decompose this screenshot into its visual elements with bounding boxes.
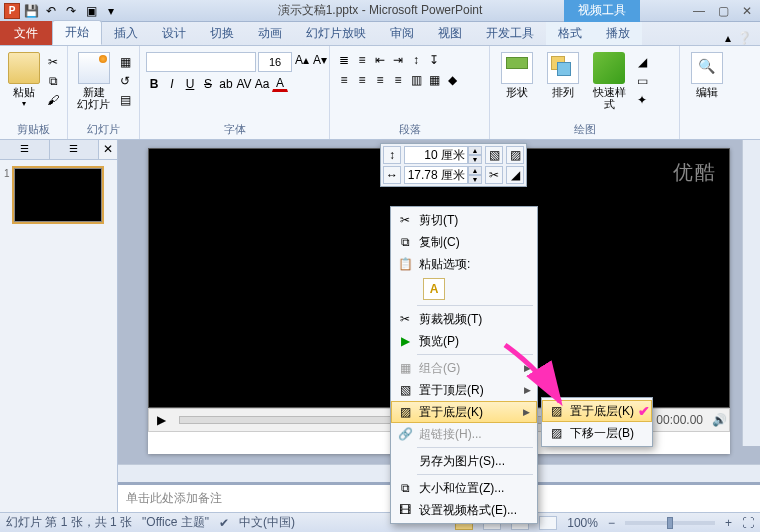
ctx-copy[interactable]: ⧉复制(C) — [391, 231, 537, 253]
tab-review[interactable]: 审阅 — [378, 22, 426, 45]
sub-back-one[interactable]: ▨下移一层(B) — [542, 422, 652, 444]
shape-fill-icon[interactable]: ◢ — [634, 54, 650, 70]
cut-icon[interactable]: ✂ — [45, 54, 61, 70]
sub-send-back[interactable]: ▨置于底层(K) — [542, 400, 652, 422]
qat-redo[interactable]: ↷ — [62, 2, 80, 20]
qat-customize[interactable]: ▾ — [102, 2, 120, 20]
tab-video-playback[interactable]: 播放 — [594, 22, 642, 45]
tab-file[interactable]: 文件 — [0, 21, 52, 45]
status-spellcheck-icon[interactable]: ✔ — [219, 516, 229, 530]
qat-slideshow[interactable]: ▣ — [82, 2, 100, 20]
height-down[interactable]: ▼ — [468, 155, 482, 164]
ctx-format-video[interactable]: 🎞设置视频格式(E)... — [391, 499, 537, 521]
tab-insert[interactable]: 插入 — [102, 22, 150, 45]
zoom-level[interactable]: 100% — [567, 516, 598, 530]
view-slideshow-button[interactable] — [539, 516, 557, 530]
send-backward-mini[interactable]: ▨ — [506, 146, 524, 164]
shape-outline-icon[interactable]: ▭ — [634, 73, 650, 89]
layout-icon[interactable]: ▦ — [117, 54, 133, 70]
tab-slideshow[interactable]: 幻灯片放映 — [294, 22, 378, 45]
thumb-tab-slides[interactable]: ☰ — [0, 140, 50, 159]
format-painter-icon[interactable]: 🖌 — [45, 92, 61, 108]
editing-button[interactable]: 编辑 — [686, 52, 728, 98]
height-up[interactable]: ▲ — [468, 146, 482, 155]
tab-design[interactable]: 设计 — [150, 22, 198, 45]
font-size-input[interactable] — [258, 52, 292, 72]
tab-view[interactable]: 视图 — [426, 22, 474, 45]
zoom-slider[interactable] — [625, 521, 715, 525]
new-slide-button[interactable]: 新建 幻灯片 — [74, 52, 113, 110]
fit-window-button[interactable]: ⛶ — [742, 516, 754, 530]
columns-icon[interactable]: ▥ — [408, 72, 424, 88]
shape-effects-icon[interactable]: ✦ — [634, 92, 650, 108]
char-spacing-icon[interactable]: AV — [236, 76, 252, 92]
copy-icon[interactable]: ⧉ — [45, 73, 61, 89]
tab-transitions[interactable]: 切换 — [198, 22, 246, 45]
vertical-scrollbar[interactable] — [742, 140, 760, 446]
video-volume-icon[interactable]: 🔊 — [709, 413, 729, 427]
font-family-input[interactable] — [146, 52, 256, 72]
paste-button[interactable]: 粘贴▾ — [6, 52, 41, 110]
restore-button[interactable]: ▢ — [714, 4, 732, 18]
smartart-icon[interactable]: ◆ — [444, 72, 460, 88]
minimize-button[interactable]: — — [690, 4, 708, 18]
align-text-icon[interactable]: ▦ — [426, 72, 442, 88]
crop-mini[interactable]: ✂ — [485, 166, 503, 184]
strike-button[interactable]: S — [200, 76, 216, 92]
arrange-button[interactable]: 排列 — [542, 52, 584, 98]
app-icon[interactable]: P — [4, 3, 20, 19]
change-case-icon[interactable]: Aa — [254, 76, 270, 92]
indent-inc-icon[interactable]: ⇥ — [390, 52, 406, 68]
qat-undo[interactable]: ↶ — [42, 2, 60, 20]
width-up[interactable]: ▲ — [468, 166, 482, 175]
ctx-trim-video[interactable]: ✂剪裁视频(T) — [391, 308, 537, 330]
bring-forward-mini[interactable]: ▧ — [485, 146, 503, 164]
grow-font-icon[interactable]: A▴ — [294, 52, 310, 68]
tab-developer[interactable]: 开发工具 — [474, 22, 546, 45]
ctx-send-back[interactable]: ▨置于底层(K)▶ — [391, 401, 537, 423]
width-down[interactable]: ▼ — [468, 175, 482, 184]
quickstyle-button[interactable]: 快速样式 — [588, 52, 630, 110]
zoom-in-button[interactable]: + — [725, 516, 732, 530]
qat-save[interactable]: 💾 — [22, 2, 40, 20]
slide-thumbnail-1[interactable]: 1 — [14, 168, 113, 222]
reset-icon[interactable]: ↺ — [117, 73, 133, 89]
zoom-out-button[interactable]: − — [608, 516, 615, 530]
minimize-ribbon-icon[interactable]: ▴ — [725, 31, 731, 45]
paste-keep-format[interactable]: A — [423, 278, 445, 300]
justify-icon[interactable]: ≡ — [390, 72, 406, 88]
shadow-button[interactable]: ab — [218, 76, 234, 92]
help-icon[interactable]: ❔ — [737, 31, 752, 45]
ctx-preview[interactable]: ▶预览(P) — [391, 330, 537, 352]
bold-button[interactable]: B — [146, 76, 162, 92]
close-button[interactable]: ✕ — [738, 4, 756, 18]
thumb-pane-close[interactable]: ✕ — [99, 140, 117, 159]
ctx-size-pos[interactable]: ⧉大小和位置(Z)... — [391, 477, 537, 499]
align-left-icon[interactable]: ≡ — [336, 72, 352, 88]
bullets-icon[interactable]: ≣ — [336, 52, 352, 68]
tab-animations[interactable]: 动画 — [246, 22, 294, 45]
ctx-save-pic[interactable]: 另存为图片(S)... — [391, 450, 537, 472]
ctx-bring-front[interactable]: ▧置于顶层(R)▶ — [391, 379, 537, 401]
underline-button[interactable]: U — [182, 76, 198, 92]
thumb-tab-outline[interactable]: ☰ — [50, 140, 100, 159]
line-spacing-icon[interactable]: ↕ — [408, 52, 424, 68]
status-language[interactable]: 中文(中国) — [239, 514, 295, 531]
crop-menu-mini[interactable]: ◢ — [506, 166, 524, 184]
section-icon[interactable]: ▤ — [117, 92, 133, 108]
video-play-button[interactable]: ▶ — [149, 413, 173, 427]
tab-home[interactable]: 开始 — [52, 20, 102, 45]
indent-dec-icon[interactable]: ⇤ — [372, 52, 388, 68]
italic-button[interactable]: I — [164, 76, 180, 92]
align-center-icon[interactable]: ≡ — [354, 72, 370, 88]
text-direction-icon[interactable]: ↧ — [426, 52, 442, 68]
ctx-cut[interactable]: ✂剪切(T) — [391, 209, 537, 231]
height-input[interactable] — [404, 146, 468, 164]
width-input[interactable] — [404, 166, 468, 184]
numbering-icon[interactable]: ≡ — [354, 52, 370, 68]
shrink-font-icon[interactable]: A▾ — [312, 52, 328, 68]
align-right-icon[interactable]: ≡ — [372, 72, 388, 88]
shapes-button[interactable]: 形状 — [496, 52, 538, 98]
tab-video-format[interactable]: 格式 — [546, 22, 594, 45]
font-color-icon[interactable]: A — [272, 76, 288, 92]
